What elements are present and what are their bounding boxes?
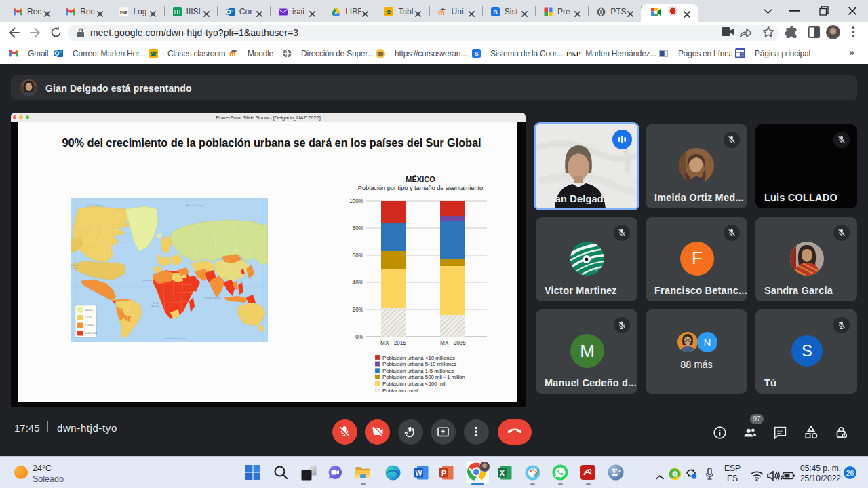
svg-text:South: South: [153, 302, 159, 305]
svg-text:MX - 2015: MX - 2015: [380, 340, 406, 346]
svg-text:6.004-3.007: 6.004-3.007: [85, 332, 97, 335]
svg-text:60%: 60%: [353, 252, 363, 259]
svg-text:P: P: [441, 468, 446, 476]
svg-text:W: W: [415, 468, 422, 476]
svg-text:S: S: [474, 50, 478, 57]
svg-text:Atlantic: Atlantic: [151, 305, 160, 308]
svg-text:S: S: [493, 8, 497, 16]
svg-text:Σ: Σ: [612, 468, 618, 478]
svg-text:Población urbana 5-10 millones: Población urbana 5-10 millones: [382, 361, 456, 367]
svg-text:Atlantic: Atlantic: [143, 278, 153, 282]
svg-text:Southern Ocean: Southern Ocean: [165, 337, 186, 340]
svg-text:0%: 0%: [355, 334, 363, 340]
svg-text:Población urbana <500 mil: Población urbana <500 mil: [382, 381, 446, 387]
svg-text:Población urbana <10 millones: Población urbana <10 millones: [382, 355, 455, 361]
svg-text:40%: 40%: [353, 280, 363, 286]
svg-text:Arctic Ocean: Arctic Ocean: [186, 204, 203, 207]
svg-text:Población urbana 1-5 millones: Población urbana 1-5 millones: [382, 368, 454, 374]
svg-text:X: X: [499, 468, 504, 476]
svg-text:Ocean: Ocean: [71, 267, 79, 270]
svg-text:Pacific: Pacific: [71, 264, 79, 267]
svg-text:1-6.00: 1-6.00: [85, 316, 92, 319]
svg-text:MX - 2035: MX - 2035: [440, 340, 466, 346]
svg-text:80%: 80%: [353, 225, 363, 231]
svg-text:2.04-300: 2.04-300: [85, 324, 94, 327]
svg-text:Población urbana 500 mil - 1 m: Población urbana 500 mil - 1 millón: [382, 374, 465, 380]
svg-text:A.T.C. Ocean: A.T.C. Ocean: [86, 204, 104, 207]
svg-text:Población rural: Población rural: [382, 388, 418, 394]
svg-text:20%: 20%: [353, 307, 363, 313]
svg-text:MÉXICO: MÉXICO: [406, 175, 435, 183]
svg-text:Población por tipo y tamaño de: Población por tipo y tamaño de asentamie…: [358, 185, 483, 191]
svg-text:100-0.6: 100-0.6: [85, 309, 93, 312]
svg-text:100%: 100%: [349, 198, 363, 204]
svg-text:PKP: PKP: [120, 10, 128, 14]
svg-text:Indian Ocean: Indian Ocean: [204, 296, 222, 299]
